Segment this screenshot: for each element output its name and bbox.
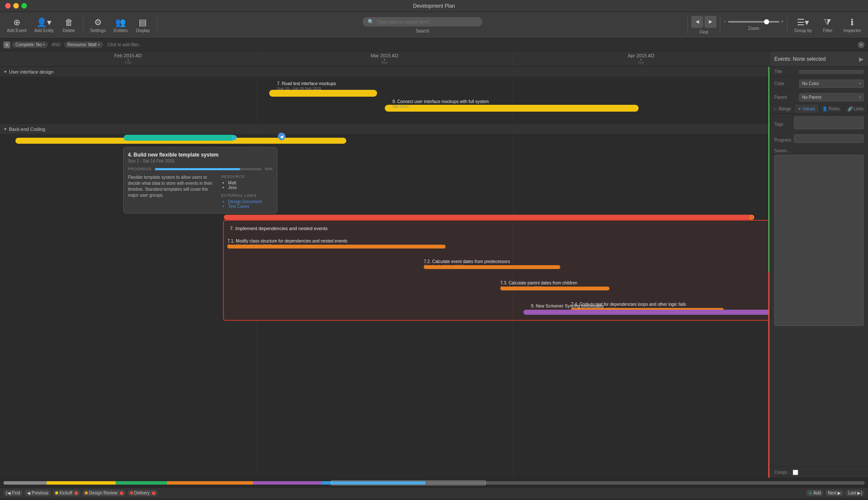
- panel-header: Events: None selected ▶: [770, 51, 868, 67]
- event-7-label: 7. Road test interface mockups Sun 15 - …: [277, 81, 336, 91]
- viewport-indicator[interactable]: [331, 480, 486, 485]
- next-icon: ▶: [838, 491, 841, 495]
- tab-range[interactable]: ↔ Range: [770, 104, 794, 113]
- display-button[interactable]: ▤ Display: [132, 15, 154, 35]
- resource-filter-pill[interactable]: Resource: Matt ▾: [64, 41, 103, 48]
- event-4-expand-btn[interactable]: ◀: [278, 133, 285, 140]
- kickoff-dot: [55, 491, 58, 494]
- kickoff-nav-button[interactable]: Kickoff: [53, 490, 80, 496]
- add-event-icon: ⊕: [13, 17, 21, 27]
- nested-7-container: 7. Implement dependencies and nested eve…: [223, 220, 770, 321]
- tags-input[interactable]: [794, 116, 864, 129]
- panel-color-select[interactable]: No Color ▾: [799, 80, 864, 88]
- tab-links-icon: 🔗: [847, 107, 853, 111]
- delivery-dot: [130, 491, 133, 494]
- section-header-ui-design[interactable]: ▼ User interface design: [0, 67, 770, 77]
- month-col-mar: Mar 2015 AD Mar: [256, 51, 513, 66]
- event-4-desc: Flexible template system to allow users …: [128, 175, 216, 198]
- first-nav-button[interactable]: |◀ First: [3, 490, 23, 496]
- toolbar-right-group: ☰▾ Group by ⧩ Filter ℹ Inspector: [791, 15, 865, 35]
- delete-button[interactable]: 🗑 Delete: [58, 16, 80, 35]
- close-button[interactable]: [5, 3, 11, 9]
- panel-parent-select[interactable]: No Parent ▾: [799, 93, 864, 101]
- event-4-progress-row: PROGRESS 80%: [128, 167, 273, 171]
- delete-icon: 🗑: [65, 18, 73, 27]
- zoom-slider-thumb: [764, 19, 769, 24]
- search-label: Search: [416, 29, 429, 33]
- panel-expand-button[interactable]: ▶: [859, 56, 864, 62]
- bottom-timeline: AD Jan 2014 AD Jul 2014 AD Jan 2015 AD J…: [0, 478, 868, 487]
- tab-links-label: Links: [854, 107, 864, 111]
- add-filter-text[interactable]: Click to add filter...: [105, 42, 145, 47]
- zoom-plus-icon[interactable]: +: [781, 19, 784, 24]
- add-entity-label: Add Entity: [34, 28, 54, 33]
- sub-event-7-2-label: 7.2. Calculate event dates from predeces…: [424, 259, 770, 264]
- complete-filter-pill[interactable]: Complete: No ▾: [12, 41, 48, 48]
- complete-field: Compl...: [770, 467, 868, 478]
- section-title-backend: Back-end Coding: [9, 127, 45, 132]
- panel-parent-arrow: ▾: [859, 95, 861, 99]
- resource-label: RESOURCE: [221, 175, 273, 179]
- ext-links-label: EXTERNAL LINKS: [221, 193, 273, 198]
- maximize-button[interactable]: [21, 3, 27, 9]
- last-nav-button[interactable]: Last ▶|: [845, 490, 865, 496]
- zoom-slider[interactable]: [728, 21, 779, 23]
- sub-event-7-3-bar[interactable]: [500, 287, 609, 290]
- zoom-minus-icon[interactable]: −: [724, 19, 726, 24]
- section-header-backend[interactable]: ▼ Back-end Coding: [0, 124, 770, 134]
- ext-link-design[interactable]: Design Document: [228, 199, 273, 204]
- event-8-date: Mar 2015: [392, 104, 409, 109]
- add-event-button[interactable]: ⊕ Add Event: [3, 15, 30, 35]
- summ-label: Summ...: [774, 148, 790, 153]
- minimize-button[interactable]: [13, 3, 19, 9]
- filter-clear-button[interactable]: ✕: [858, 41, 865, 48]
- panel-title-field: Title: [770, 67, 868, 77]
- tab-links[interactable]: 🔗 Links: [844, 104, 868, 113]
- entities-button[interactable]: 👥 Entities: [110, 15, 131, 35]
- complete-checkbox[interactable]: [793, 470, 798, 475]
- event-7-bar[interactable]: [269, 90, 377, 97]
- filter-settings-icon: ⚙: [3, 41, 10, 48]
- settings-button[interactable]: ⚙ Settings: [87, 15, 109, 35]
- sub-event-7-2-bar[interactable]: [424, 265, 560, 269]
- section-toggle-ui-design: ▼: [3, 70, 7, 74]
- progress-input[interactable]: [794, 134, 864, 143]
- sub-event-7-1-bar[interactable]: [227, 245, 446, 249]
- tab-range-icon: ↔: [773, 107, 777, 111]
- next-nav-button[interactable]: Next ▶: [825, 490, 844, 496]
- ext-link-tests[interactable]: Test Cases: [228, 204, 273, 209]
- filter-button[interactable]: ⧩ Filter: [817, 16, 838, 35]
- event-7-main-bar[interactable]: [224, 215, 754, 220]
- group-by-button[interactable]: ☰▾ Group by: [791, 15, 815, 35]
- add-nav-button[interactable]: ⊕ Add: [806, 490, 823, 496]
- event-4-bar[interactable]: [124, 135, 235, 141]
- delivery-label: Delivery: [134, 491, 150, 495]
- progress-field: Progress: [774, 134, 864, 145]
- summary-textarea[interactable]: [774, 155, 864, 326]
- design-review-nav-button[interactable]: Design Review: [82, 490, 126, 496]
- resource-filter-label: Resource:: [68, 42, 87, 47]
- search-input[interactable]: [377, 19, 477, 24]
- previous-label: Previous: [32, 491, 48, 495]
- nested-7-title: 7. Implement dependencies and nested eve…: [227, 224, 770, 232]
- month-col-feb: Feb 2015 AD Feb: [0, 51, 256, 66]
- panel-title-input[interactable]: [799, 70, 864, 74]
- filter-label: Filter: [823, 28, 832, 33]
- tab-roles[interactable]: 👤 Roles: [819, 104, 844, 113]
- resource-filter-value: Matt: [88, 42, 96, 47]
- timeline-area: Feb 2015 AD Feb Mar 2015 AD Mar Apr 2015…: [0, 51, 770, 478]
- month-short-feb: Feb: [125, 60, 131, 65]
- sub-event-7-3-label: 7.3. Calculate parent dates from childre…: [500, 281, 770, 285]
- delivery-nav-button[interactable]: Delivery: [128, 490, 158, 496]
- add-entity-button[interactable]: 👤▾ Add Entity: [31, 15, 57, 35]
- inspector-button[interactable]: ℹ Inspector: [840, 15, 865, 35]
- event-9-bar[interactable]: [523, 310, 770, 315]
- sub-event-7-1: 7.1. Modify class structure for dependen…: [227, 239, 770, 251]
- section-ui-design: ▼ User interface design 7. Road test int…: [0, 67, 770, 124]
- nav-back-button[interactable]: ◀: [691, 16, 703, 28]
- panel-title-label: Title: [774, 69, 797, 74]
- previous-nav-button[interactable]: ◀ Previous: [24, 490, 51, 496]
- add-label: Add: [813, 491, 821, 495]
- nav-forward-button[interactable]: ▶: [705, 16, 716, 28]
- tab-values[interactable]: ✦ Values: [794, 104, 819, 113]
